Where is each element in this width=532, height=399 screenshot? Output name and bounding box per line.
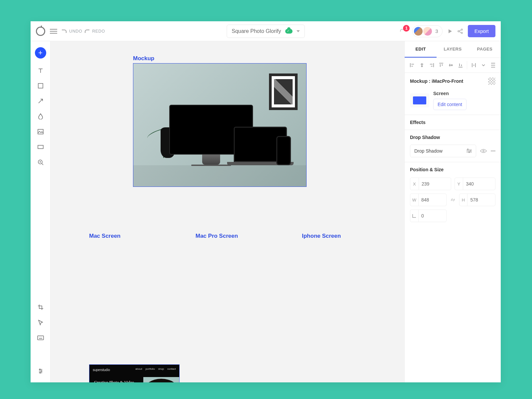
- project-name: Square Photo Glorify: [232, 28, 281, 34]
- undo-button[interactable]: UNDO: [69, 29, 82, 34]
- select-tool[interactable]: [37, 319, 44, 326]
- svg-point-1: [458, 31, 459, 32]
- tab-edit[interactable]: EDIT: [405, 41, 437, 58]
- share-icon[interactable]: [457, 28, 463, 34]
- avatar: [413, 26, 423, 36]
- edit-content-button[interactable]: Edit content: [433, 99, 466, 110]
- phone-device: [276, 136, 291, 165]
- image-tool[interactable]: [37, 128, 44, 135]
- arrow-tool[interactable]: [37, 98, 44, 104]
- svg-point-0: [461, 29, 463, 30]
- svg-point-2: [461, 32, 463, 34]
- align-center-v-icon[interactable]: [447, 61, 455, 69]
- artboard-label-iphone[interactable]: Iphone Screen: [302, 233, 341, 239]
- side-panel: EDIT LAYERS PAGES Mockup : iMacPro-Front: [404, 41, 501, 382]
- notification-badge: 1: [403, 25, 410, 32]
- wall-frame: [269, 73, 298, 110]
- more-icon[interactable]: [489, 61, 497, 69]
- panel-tabs: EDIT LAYERS PAGES: [405, 41, 501, 58]
- avatar-count: 3: [435, 28, 438, 34]
- tab-layers[interactable]: LAYERS: [437, 41, 468, 58]
- frame-tool[interactable]: [37, 144, 44, 150]
- redo-button[interactable]: REDO: [92, 29, 105, 34]
- effects-heading: Effects: [410, 120, 426, 125]
- rotation-field[interactable]: [410, 209, 447, 222]
- remove-icon[interactable]: [491, 151, 495, 151]
- artboard-label-macpro[interactable]: Mac Pro Screen: [196, 233, 238, 239]
- undo-icon: [62, 30, 66, 33]
- canvas[interactable]: Mockup Mac Screen superstudio aboutportf…: [51, 41, 404, 382]
- tab-pages[interactable]: PAGES: [469, 41, 501, 58]
- drop-shadow-chip[interactable]: Drop Shadow: [410, 145, 476, 157]
- svg-point-9: [41, 371, 42, 372]
- align-right-icon[interactable]: [428, 61, 436, 69]
- cloud-sync-icon: [285, 29, 292, 34]
- link-icon[interactable]: [449, 196, 457, 203]
- align-top-icon[interactable]: [438, 61, 445, 69]
- topbar: UNDO REDO Square Photo Glorify 1 3 Expor…: [31, 21, 501, 41]
- redo-icon: [85, 30, 89, 33]
- svg-point-11: [483, 150, 484, 152]
- x-field[interactable]: X: [410, 178, 451, 190]
- notifications-button[interactable]: 1: [399, 27, 408, 36]
- align-left-icon[interactable]: [409, 61, 416, 69]
- w-field[interactable]: W: [410, 194, 447, 206]
- svg-point-10: [40, 372, 41, 373]
- transparency-icon[interactable]: [488, 77, 495, 85]
- zoom-tool[interactable]: [37, 159, 44, 166]
- artboard-label-mockup[interactable]: Mockup: [133, 55, 154, 62]
- artboard-mac[interactable]: superstudio aboutportfolioshopcontact Cr…: [89, 364, 180, 382]
- svg-rect-5: [38, 145, 43, 149]
- h-field[interactable]: H: [459, 194, 496, 206]
- artboard-label-mac[interactable]: Mac Screen: [89, 233, 121, 239]
- position-size-heading: Position & Size: [410, 167, 495, 172]
- settings-tool[interactable]: [37, 368, 44, 374]
- svg-rect-3: [38, 83, 43, 88]
- sliders-icon: [466, 149, 472, 153]
- svg-point-8: [39, 369, 40, 370]
- align-bottom-icon[interactable]: [457, 61, 464, 69]
- distribute-v-icon[interactable]: [470, 61, 477, 69]
- h-input[interactable]: [467, 197, 495, 202]
- avatar: [423, 26, 433, 36]
- screen-thumbnail: [410, 93, 429, 107]
- align-toolbar: [405, 58, 501, 73]
- artboard-mockup[interactable]: [133, 63, 307, 187]
- drop-tool[interactable]: [37, 113, 44, 120]
- svg-rect-4: [38, 129, 43, 134]
- play-icon[interactable]: [447, 29, 453, 34]
- add-button[interactable]: +: [35, 47, 46, 59]
- left-toolbar: +: [31, 41, 51, 382]
- align-center-h-icon[interactable]: [418, 61, 426, 69]
- rotation-icon: [410, 210, 419, 222]
- selection-title: Mockup : iMacPro-Front: [410, 78, 463, 84]
- drop-shadow-heading: Drop Shadow: [410, 135, 495, 140]
- export-button[interactable]: Export: [468, 25, 495, 37]
- chevron-down-icon: [296, 30, 300, 32]
- screen-label: Screen: [433, 91, 466, 96]
- visibility-icon[interactable]: [480, 149, 487, 153]
- x-input[interactable]: [419, 181, 451, 187]
- y-field[interactable]: Y: [455, 178, 496, 190]
- rect-tool[interactable]: [37, 82, 44, 89]
- w-input[interactable]: [419, 197, 446, 202]
- keyboard-tool[interactable]: [37, 334, 44, 341]
- text-tool[interactable]: [37, 67, 44, 74]
- menu-button[interactable]: [50, 29, 57, 34]
- collaborators-pill[interactable]: 3: [412, 25, 442, 37]
- svg-rect-7: [38, 336, 44, 340]
- y-input[interactable]: [463, 181, 495, 187]
- rotation-input[interactable]: [419, 213, 446, 218]
- project-selector[interactable]: Square Photo Glorify: [227, 25, 305, 38]
- app-logo: [36, 27, 45, 36]
- crop-tool[interactable]: [37, 304, 44, 311]
- chevron-down-icon[interactable]: [479, 61, 487, 69]
